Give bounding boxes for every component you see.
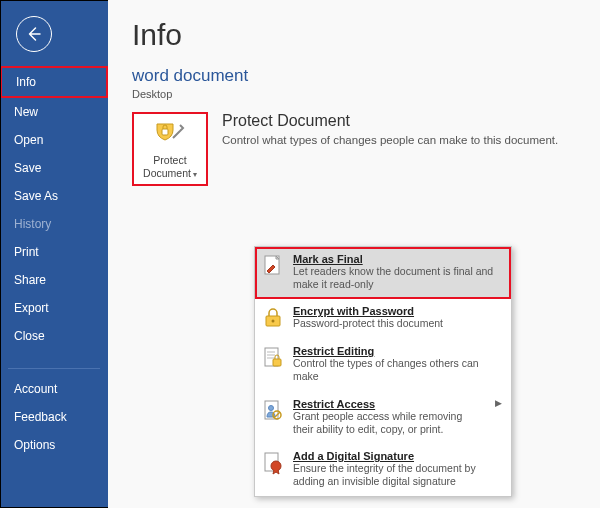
nav-export[interactable]: Export bbox=[0, 294, 108, 322]
menu-title: Restrict Access bbox=[293, 398, 485, 410]
menu-digital-signature[interactable]: Add a Digital Signature Ensure the integ… bbox=[255, 444, 511, 496]
nav-close[interactable]: Close bbox=[0, 322, 108, 350]
submenu-arrow-icon: ▶ bbox=[493, 398, 503, 408]
svg-point-3 bbox=[272, 320, 275, 323]
menu-title: Mark as Final bbox=[293, 253, 503, 265]
encrypt-icon bbox=[261, 305, 285, 331]
backstage-sidebar: Info New Open Save Save As History Print… bbox=[0, 0, 108, 508]
nav-print[interactable]: Print bbox=[0, 238, 108, 266]
menu-mark-as-final[interactable]: Mark as Final Let readers know the docum… bbox=[255, 247, 511, 299]
menu-desc: Password-protect this document bbox=[293, 317, 503, 330]
dropdown-caret-icon: ▾ bbox=[193, 170, 197, 179]
nav-save[interactable]: Save bbox=[0, 154, 108, 182]
svg-rect-8 bbox=[273, 359, 281, 366]
nav-save-as[interactable]: Save As bbox=[0, 182, 108, 210]
protect-heading: Protect Document bbox=[222, 112, 558, 130]
protect-document-menu: Mark as Final Let readers know the docum… bbox=[254, 246, 512, 497]
main-panel: Info word document Desktop ProtectDocume… bbox=[108, 0, 600, 508]
menu-desc: Grant people access while removing their… bbox=[293, 410, 485, 436]
svg-rect-0 bbox=[162, 129, 168, 135]
document-location: Desktop bbox=[132, 88, 576, 100]
nav-new[interactable]: New bbox=[0, 98, 108, 126]
restrict-editing-icon bbox=[261, 345, 285, 371]
menu-desc: Control the types of changes others can … bbox=[293, 357, 503, 383]
nav-options[interactable]: Options bbox=[0, 431, 108, 459]
menu-title: Add a Digital Signature bbox=[293, 450, 503, 462]
nav-info[interactable]: Info bbox=[0, 66, 108, 98]
menu-desc: Ensure the integrity of the document by … bbox=[293, 462, 503, 488]
signature-icon bbox=[261, 450, 285, 476]
svg-point-10 bbox=[269, 405, 274, 410]
menu-restrict-editing[interactable]: Restrict Editing Control the types of ch… bbox=[255, 339, 511, 391]
protect-document-button[interactable]: ProtectDocument▾ bbox=[132, 112, 208, 186]
protect-desc: Control what types of changes people can… bbox=[222, 134, 558, 146]
protect-shield-icon bbox=[155, 118, 185, 152]
back-button[interactable] bbox=[16, 16, 52, 52]
svg-point-14 bbox=[271, 461, 281, 471]
nav-feedback[interactable]: Feedback bbox=[0, 403, 108, 431]
nav-account[interactable]: Account bbox=[0, 375, 108, 403]
nav-open[interactable]: Open bbox=[0, 126, 108, 154]
nav-share[interactable]: Share bbox=[0, 266, 108, 294]
page-title: Info bbox=[132, 18, 576, 52]
document-name[interactable]: word document bbox=[132, 66, 576, 86]
menu-encrypt-password[interactable]: Encrypt with Password Password-protect t… bbox=[255, 299, 511, 339]
menu-restrict-access[interactable]: Restrict Access Grant people access whil… bbox=[255, 392, 511, 444]
menu-title: Restrict Editing bbox=[293, 345, 503, 357]
back-arrow-icon bbox=[25, 25, 43, 43]
menu-title: Encrypt with Password bbox=[293, 305, 503, 317]
mark-final-icon bbox=[261, 253, 285, 279]
menu-desc: Let readers know the document is final a… bbox=[293, 265, 503, 291]
nav-history: History bbox=[0, 210, 108, 238]
restrict-access-icon bbox=[261, 398, 285, 424]
